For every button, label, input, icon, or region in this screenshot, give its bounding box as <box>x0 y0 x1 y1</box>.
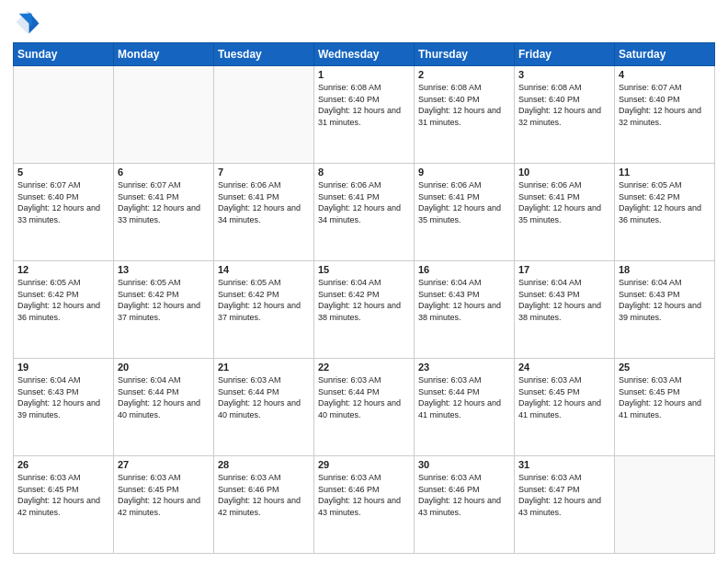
day-info: Sunrise: 6:04 AMSunset: 6:43 PMDaylight:… <box>418 277 510 323</box>
day-info: Sunrise: 6:07 AMSunset: 6:40 PMDaylight:… <box>17 179 109 225</box>
calendar-cell: 14Sunrise: 6:05 AMSunset: 6:42 PMDayligh… <box>214 261 314 359</box>
day-number: 16 <box>418 264 510 275</box>
day-info: Sunrise: 6:03 AMSunset: 6:47 PMDaylight:… <box>518 472 610 518</box>
day-number: 18 <box>619 264 711 275</box>
day-info: Sunrise: 6:04 AMSunset: 6:43 PMDaylight:… <box>619 277 711 323</box>
day-info: Sunrise: 6:07 AMSunset: 6:40 PMDaylight:… <box>619 82 711 128</box>
calendar-cell: 1Sunrise: 6:08 AMSunset: 6:40 PMDaylight… <box>314 66 415 164</box>
week-row-1: 1Sunrise: 6:08 AMSunset: 6:40 PMDaylight… <box>14 66 715 164</box>
day-number: 20 <box>118 362 210 373</box>
calendar-cell: 12Sunrise: 6:05 AMSunset: 6:42 PMDayligh… <box>14 261 114 359</box>
calendar-cell: 4Sunrise: 6:07 AMSunset: 6:40 PMDaylight… <box>615 66 715 164</box>
week-row-4: 19Sunrise: 6:04 AMSunset: 6:43 PMDayligh… <box>14 359 715 456</box>
weekday-header-monday: Monday <box>114 43 214 66</box>
day-info: Sunrise: 6:07 AMSunset: 6:41 PMDaylight:… <box>118 179 210 225</box>
day-info: Sunrise: 6:03 AMSunset: 6:46 PMDaylight:… <box>418 472 510 518</box>
day-info: Sunrise: 6:03 AMSunset: 6:44 PMDaylight:… <box>218 374 310 420</box>
calendar-cell: 21Sunrise: 6:03 AMSunset: 6:44 PMDayligh… <box>214 359 314 456</box>
day-info: Sunrise: 6:08 AMSunset: 6:40 PMDaylight:… <box>518 82 610 128</box>
calendar-cell: 15Sunrise: 6:04 AMSunset: 6:42 PMDayligh… <box>314 261 415 359</box>
calendar-cell: 31Sunrise: 6:03 AMSunset: 6:47 PMDayligh… <box>515 456 615 554</box>
calendar-cell <box>14 66 114 164</box>
day-number: 4 <box>619 69 711 80</box>
calendar-cell: 28Sunrise: 6:03 AMSunset: 6:46 PMDayligh… <box>214 456 314 554</box>
page: SundayMondayTuesdayWednesdayThursdayFrid… <box>0 0 728 563</box>
calendar-cell: 2Sunrise: 6:08 AMSunset: 6:40 PMDaylight… <box>415 66 515 164</box>
calendar-cell: 20Sunrise: 6:04 AMSunset: 6:44 PMDayligh… <box>114 359 214 456</box>
day-number: 11 <box>619 167 711 178</box>
day-number: 12 <box>17 264 109 275</box>
weekday-header-friday: Friday <box>515 43 615 66</box>
day-number: 26 <box>17 459 109 470</box>
day-number: 1 <box>318 69 410 80</box>
logo-icon <box>15 9 40 35</box>
logo <box>13 9 44 35</box>
calendar-cell: 26Sunrise: 6:03 AMSunset: 6:45 PMDayligh… <box>14 456 114 554</box>
weekday-header-row: SundayMondayTuesdayWednesdayThursdayFrid… <box>14 43 715 66</box>
calendar-cell: 22Sunrise: 6:03 AMSunset: 6:44 PMDayligh… <box>314 359 415 456</box>
calendar-cell: 10Sunrise: 6:06 AMSunset: 6:41 PMDayligh… <box>515 164 615 261</box>
calendar-cell: 16Sunrise: 6:04 AMSunset: 6:43 PMDayligh… <box>415 261 515 359</box>
calendar-cell: 11Sunrise: 6:05 AMSunset: 6:42 PMDayligh… <box>615 164 715 261</box>
day-number: 6 <box>118 167 210 178</box>
calendar-cell: 27Sunrise: 6:03 AMSunset: 6:45 PMDayligh… <box>114 456 214 554</box>
day-number: 15 <box>318 264 410 275</box>
day-info: Sunrise: 6:03 AMSunset: 6:44 PMDaylight:… <box>318 374 410 420</box>
day-number: 23 <box>418 362 510 373</box>
day-info: Sunrise: 6:08 AMSunset: 6:40 PMDaylight:… <box>418 82 510 128</box>
day-number: 29 <box>318 459 410 470</box>
day-number: 19 <box>17 362 109 373</box>
calendar-cell: 24Sunrise: 6:03 AMSunset: 6:45 PMDayligh… <box>515 359 615 456</box>
day-number: 30 <box>418 459 510 470</box>
day-info: Sunrise: 6:06 AMSunset: 6:41 PMDaylight:… <box>418 179 510 225</box>
day-number: 17 <box>518 264 610 275</box>
day-info: Sunrise: 6:05 AMSunset: 6:42 PMDaylight:… <box>218 277 310 323</box>
day-info: Sunrise: 6:06 AMSunset: 6:41 PMDaylight:… <box>518 179 610 225</box>
calendar-cell: 13Sunrise: 6:05 AMSunset: 6:42 PMDayligh… <box>114 261 214 359</box>
day-number: 3 <box>518 69 610 80</box>
calendar-cell: 19Sunrise: 6:04 AMSunset: 6:43 PMDayligh… <box>14 359 114 456</box>
calendar-cell: 29Sunrise: 6:03 AMSunset: 6:46 PMDayligh… <box>314 456 415 554</box>
header <box>13 9 715 35</box>
weekday-header-sunday: Sunday <box>14 43 114 66</box>
week-row-2: 5Sunrise: 6:07 AMSunset: 6:40 PMDaylight… <box>14 164 715 261</box>
day-info: Sunrise: 6:03 AMSunset: 6:45 PMDaylight:… <box>518 374 610 420</box>
calendar-cell <box>114 66 214 164</box>
day-number: 21 <box>218 362 310 373</box>
day-info: Sunrise: 6:03 AMSunset: 6:45 PMDaylight:… <box>619 374 711 420</box>
day-number: 5 <box>17 167 109 178</box>
day-info: Sunrise: 6:03 AMSunset: 6:44 PMDaylight:… <box>418 374 510 420</box>
day-info: Sunrise: 6:06 AMSunset: 6:41 PMDaylight:… <box>318 179 410 225</box>
weekday-header-wednesday: Wednesday <box>314 43 415 66</box>
day-number: 9 <box>418 167 510 178</box>
week-row-5: 26Sunrise: 6:03 AMSunset: 6:45 PMDayligh… <box>14 456 715 554</box>
day-number: 22 <box>318 362 410 373</box>
day-info: Sunrise: 6:03 AMSunset: 6:45 PMDaylight:… <box>17 472 109 518</box>
calendar-cell: 25Sunrise: 6:03 AMSunset: 6:45 PMDayligh… <box>615 359 715 456</box>
calendar-cell: 30Sunrise: 6:03 AMSunset: 6:46 PMDayligh… <box>415 456 515 554</box>
calendar-cell: 23Sunrise: 6:03 AMSunset: 6:44 PMDayligh… <box>415 359 515 456</box>
day-number: 14 <box>218 264 310 275</box>
day-number: 13 <box>118 264 210 275</box>
day-info: Sunrise: 6:03 AMSunset: 6:46 PMDaylight:… <box>218 472 310 518</box>
day-info: Sunrise: 6:06 AMSunset: 6:41 PMDaylight:… <box>218 179 310 225</box>
day-number: 8 <box>318 167 410 178</box>
weekday-header-saturday: Saturday <box>615 43 715 66</box>
calendar-cell <box>615 456 715 554</box>
day-info: Sunrise: 6:05 AMSunset: 6:42 PMDaylight:… <box>619 179 711 225</box>
day-number: 7 <box>218 167 310 178</box>
day-info: Sunrise: 6:05 AMSunset: 6:42 PMDaylight:… <box>118 277 210 323</box>
day-info: Sunrise: 6:08 AMSunset: 6:40 PMDaylight:… <box>318 82 410 128</box>
day-number: 27 <box>118 459 210 470</box>
calendar-cell: 8Sunrise: 6:06 AMSunset: 6:41 PMDaylight… <box>314 164 415 261</box>
day-info: Sunrise: 6:04 AMSunset: 6:44 PMDaylight:… <box>118 374 210 420</box>
day-info: Sunrise: 6:04 AMSunset: 6:43 PMDaylight:… <box>518 277 610 323</box>
calendar-cell: 7Sunrise: 6:06 AMSunset: 6:41 PMDaylight… <box>214 164 314 261</box>
day-info: Sunrise: 6:04 AMSunset: 6:43 PMDaylight:… <box>17 374 109 420</box>
calendar-cell: 9Sunrise: 6:06 AMSunset: 6:41 PMDaylight… <box>415 164 515 261</box>
calendar-cell: 6Sunrise: 6:07 AMSunset: 6:41 PMDaylight… <box>114 164 214 261</box>
day-info: Sunrise: 6:03 AMSunset: 6:45 PMDaylight:… <box>118 472 210 518</box>
weekday-header-tuesday: Tuesday <box>214 43 314 66</box>
day-number: 2 <box>418 69 510 80</box>
calendar-cell: 18Sunrise: 6:04 AMSunset: 6:43 PMDayligh… <box>615 261 715 359</box>
